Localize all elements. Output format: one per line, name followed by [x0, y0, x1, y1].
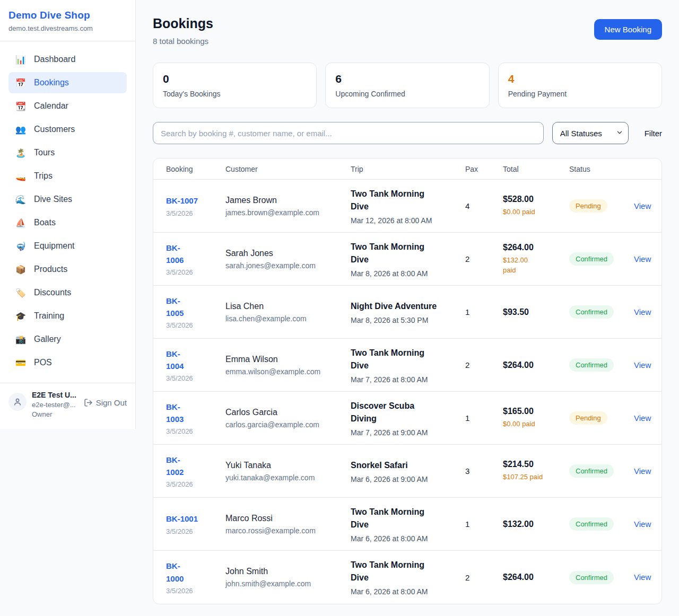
paid-amount: $0.00 paid [503, 419, 535, 429]
booking-date: 3/5/2026 [166, 209, 225, 217]
sidebar-item-tours[interactable]: 🏝️ Tours [8, 142, 127, 163]
trip-name: Two Tank Morning Dive [351, 559, 438, 584]
trip-name: Two Tank Morning Dive [351, 188, 438, 213]
view-link[interactable]: View [634, 360, 651, 369]
calendar-icon: 📆 [15, 101, 27, 111]
main-content: Bookings 8 total bookings New Booking 0 … [136, 0, 679, 616]
user-icon [13, 397, 22, 407]
sidebar-item-products[interactable]: 📦 Products [8, 259, 127, 280]
booking-id-link[interactable]: BK-1004 [166, 348, 196, 373]
filter-button[interactable]: Filter [645, 129, 662, 138]
trip-datetime: Mar 12, 2026 at 8:00 AM [351, 216, 465, 225]
trip-name: Two Tank Morning Dive [351, 506, 438, 531]
status-filter-select[interactable]: All Statuses [552, 122, 629, 144]
user-box: E2E Test U... e2e-tester@... Owner Sign … [0, 383, 135, 421]
customer-name: John Smith [225, 567, 351, 576]
booking-id-link[interactable]: BK-1000 [166, 560, 196, 585]
view-link[interactable]: View [634, 467, 651, 476]
pax-count: 1 [465, 307, 503, 316]
booking-id-link[interactable]: BK-1006 [166, 242, 196, 267]
trip-datetime: Mar 8, 2026 at 5:30 PM [351, 316, 465, 324]
user-meta: E2E Test U... e2e-tester@... Owner [32, 391, 79, 418]
stats-row: 0 Today's Bookings 6 Upcoming Confirmed … [153, 63, 662, 108]
sidebar-item-customers[interactable]: 👥 Customers [8, 119, 127, 140]
pax-count: 1 [465, 413, 503, 423]
column-header-status: Status [569, 165, 634, 173]
customer-name: Yuki Tanaka [225, 461, 351, 470]
booking-date: 3/5/2026 [166, 587, 225, 595]
total-amount: $528.00 [503, 195, 569, 204]
status-badge: Confirmed [569, 517, 614, 531]
booking-date: 3/5/2026 [166, 374, 225, 382]
sidebar-nav: 📊 Dashboard 📅 Bookings 📆 Calendar 👥 Cust… [0, 41, 135, 380]
status-badge: Confirmed [569, 252, 614, 266]
customer-email: yuki.tanaka@example.com [225, 473, 351, 482]
search-input[interactable] [153, 122, 544, 144]
pax-count: 3 [465, 467, 503, 476]
sign-out-label: Sign Out [96, 398, 127, 407]
sidebar-item-training[interactable]: 🎓 Training [8, 305, 127, 327]
booking-id-link[interactable]: BK-1001 [166, 513, 198, 525]
page-title: Bookings [153, 16, 213, 31]
user-name: E2E Test U... [32, 391, 79, 399]
sidebar-item-gallery[interactable]: 📸 Gallery [8, 329, 127, 350]
brand-domain: demo.test.divestreams.com [8, 24, 127, 32]
table-row: BK-1000 3/5/2026 John Smith john.smith@e… [153, 551, 661, 604]
customer-name: Sarah Jones [225, 249, 351, 258]
sign-out-button[interactable]: Sign Out [84, 398, 127, 407]
dive-sites-icon: 🌊 [15, 195, 27, 205]
customer-email: james.brown@example.com [225, 208, 351, 217]
trip-datetime: Mar 7, 2026 at 9:00 AM [351, 428, 465, 437]
sidebar-item-dashboard[interactable]: 📊 Dashboard [8, 49, 127, 70]
table-row: BK-1002 3/5/2026 Yuki Tanaka yuki.tanaka… [153, 445, 661, 498]
new-booking-button[interactable]: New Booking [594, 19, 662, 40]
brand-title: Demo Dive Shop [8, 10, 127, 21]
trip-name: Snorkel Safari [351, 459, 438, 472]
bookings-icon: 📅 [15, 78, 27, 88]
sidebar-item-discounts[interactable]: 🏷️ Discounts [8, 282, 127, 303]
trip-datetime: Mar 7, 2026 at 8:00 AM [351, 375, 465, 384]
view-link[interactable]: View [634, 307, 651, 316]
total-amount: $264.00 [503, 243, 569, 252]
booking-id-link[interactable]: BK-1002 [166, 454, 196, 479]
view-link[interactable]: View [634, 573, 651, 582]
status-badge: Confirmed [569, 464, 614, 478]
total-amount: $214.50 [503, 460, 569, 469]
pax-count: 2 [465, 360, 503, 369]
pax-count: 2 [465, 573, 503, 582]
booking-id-link[interactable]: BK-1005 [166, 295, 196, 320]
booking-id-link[interactable]: BK-1007 [166, 195, 198, 207]
sidebar-item-boats[interactable]: ⛵ Boats [8, 212, 127, 233]
sidebar-item-dive-sites[interactable]: 🌊 Dive Sites [8, 189, 127, 210]
brand: Demo Dive Shop demo.test.divestreams.com [0, 0, 135, 41]
view-link[interactable]: View [634, 520, 651, 529]
gallery-icon: 📸 [15, 335, 27, 345]
trip-name: Discover Scuba Diving [351, 400, 438, 425]
boats-icon: ⛵ [15, 218, 27, 228]
view-link[interactable]: View [634, 413, 651, 423]
sidebar-item-bookings[interactable]: 📅 Bookings [8, 72, 127, 93]
table-row: BK-1004 3/5/2026 Emma Wilson emma.wilson… [153, 339, 661, 392]
status-badge: Confirmed [569, 358, 614, 372]
sidebar-item-calendar[interactable]: 📆 Calendar [8, 95, 127, 117]
sidebar: Demo Dive Shop demo.test.divestreams.com… [0, 0, 136, 429]
column-header-pax: Pax [465, 165, 503, 173]
tours-icon: 🏝️ [15, 148, 27, 158]
paid-amount: $132.00 paid [503, 255, 536, 276]
view-link[interactable]: View [634, 201, 651, 210]
trip-name: Two Tank Morning Dive [351, 347, 438, 372]
booking-date: 3/5/2026 [166, 321, 225, 329]
table-row: BK-1007 3/5/2026 James Brown james.brown… [153, 180, 661, 233]
status-badge: Confirmed [569, 305, 614, 319]
filter-bar: All Statuses Filter [153, 122, 662, 144]
pos-icon: 💳 [15, 358, 27, 368]
sidebar-item-pos[interactable]: 💳 POS [8, 352, 127, 373]
customer-email: john.smith@example.com [225, 579, 351, 588]
sidebar-item-equipment[interactable]: 🤿 Equipment [8, 235, 127, 257]
column-header-customer: Customer [225, 165, 351, 173]
view-link[interactable]: View [634, 254, 651, 263]
booking-id-link[interactable]: BK-1003 [166, 401, 196, 426]
user-role: Owner [32, 410, 79, 418]
sidebar-item-trips[interactable]: 🚤 Trips [8, 165, 127, 187]
customer-name: Lisa Chen [225, 302, 351, 311]
